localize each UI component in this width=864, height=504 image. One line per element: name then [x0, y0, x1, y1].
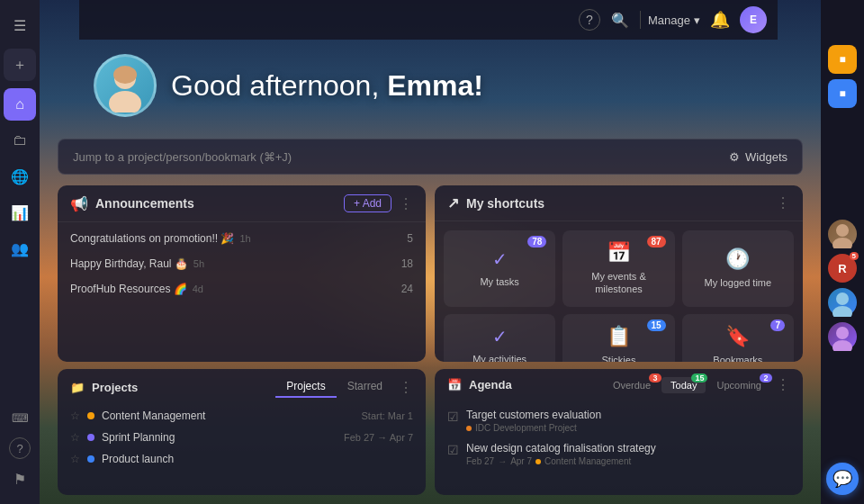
sidebar-item-menu[interactable]: ☰ — [4, 9, 36, 41]
shortcut-stickies[interactable]: 15 📋 Stickies — [562, 314, 674, 362]
agenda-item-sub-1: IDC Development Project — [466, 423, 601, 433]
announcements-actions: + Add ⋮ — [344, 194, 413, 212]
shortcut-bookmarks[interactable]: 7 🔖 Bookmarks — [682, 314, 794, 362]
blue-icon: ■ — [839, 87, 845, 100]
topbar-divider — [640, 11, 641, 29]
agenda-arrow-2: → — [498, 456, 507, 466]
widgets-row: 📢 Announcements + Add ⋮ Congratulations … — [58, 185, 803, 362]
widgets-button[interactable]: ⚙ Widgets — [729, 150, 788, 164]
sidebar-item-people[interactable]: 👥 — [4, 232, 36, 265]
svg-point-5 — [836, 292, 849, 305]
star-icon-2: ☆ — [70, 431, 80, 444]
agenda-project-1: IDC Development Project — [475, 423, 577, 433]
sidebar-item-home[interactable]: ⌂ — [4, 88, 36, 121]
agenda-date-end-2: Apr 7 — [510, 456, 532, 466]
agenda-item-sub-2: Feb 27 → Apr 7 Content Management — [466, 456, 656, 466]
collab-avatar-4[interactable] — [828, 322, 857, 351]
shortcuts-more-button[interactable]: ⋮ — [776, 194, 790, 212]
announcement-item-2[interactable]: Happy Birthday, Raul 🎂 5h 18 — [58, 251, 426, 276]
agenda-more-button[interactable]: ⋮ — [776, 376, 790, 393]
agenda-items-list: ☑ Target customers evaluation IDC Develo… — [435, 400, 803, 495]
right-btn-blue[interactable]: ■ — [828, 79, 857, 108]
announcement-text-1: Congratulations on promotion!! 🎉 — [70, 232, 234, 245]
agenda-header: 📅 Agenda Overdue 3 Today 15 — [435, 369, 803, 400]
agenda-item-2[interactable]: ☑ New design catalog finalisation strate… — [435, 437, 803, 471]
tab-projects[interactable]: Projects — [275, 376, 336, 398]
shortcuts-title: ↗ My shortcuts — [447, 194, 544, 212]
agenda-tabs: Overdue 3 Today 15 Upcoming 2 — [604, 377, 770, 393]
shortcut-bookmarks-label: Bookmarks — [713, 354, 762, 362]
time-icon: 🕐 — [725, 248, 750, 271]
user-avatar-topbar[interactable]: E — [740, 6, 767, 33]
collab-avatar-1[interactable] — [828, 220, 857, 248]
announcement-count-1: 5 — [407, 232, 413, 245]
right-sidebar: ■ ■ R 5 💬 — [821, 0, 864, 504]
shortcut-tasks-badge: 78 — [527, 236, 546, 248]
sidebar-item-chart[interactable]: 📊 — [4, 196, 36, 229]
check-icon-1: ☑ — [447, 410, 459, 424]
project-dot-3 — [87, 455, 94, 463]
projects-more-button[interactable]: ⋮ — [399, 379, 413, 396]
sidebar-item-folders[interactable]: 🗀 — [4, 124, 36, 157]
chat-button[interactable]: 💬 — [826, 463, 859, 495]
bottom-row: 📁 Projects Projects Starred ⋮ ☆ — [58, 369, 803, 495]
announcements-title: 📢 Announcements — [70, 195, 194, 212]
announcements-add-button[interactable]: + Add — [344, 194, 392, 212]
search-bar[interactable]: Jump to a project/person/bookmark (⌘+J) … — [58, 139, 803, 175]
announcement-item-1[interactable]: Congratulations on promotion!! 🎉 1h 5 — [58, 226, 426, 251]
agenda-project-2: Content Management — [544, 456, 631, 466]
agenda-content-1: Target customers evaluation IDC Developm… — [466, 409, 601, 433]
announcements-widget: 📢 Announcements + Add ⋮ Congratulations … — [58, 185, 426, 362]
agenda-icon: 📅 — [447, 378, 462, 392]
star-icon-3: ☆ — [70, 453, 80, 465]
collab-avatar-2-initials: R — [838, 262, 846, 275]
content-area: Good afternoon, Emma! Jump to a project/… — [40, 0, 821, 504]
search-icon[interactable]: 🔍 — [608, 7, 633, 32]
notification-bell[interactable]: 🔔 — [707, 7, 733, 32]
announcement-time-3: 4d — [193, 284, 203, 294]
announcement-item-3[interactable]: ProofHub Resources 🌈 4d 24 — [58, 276, 426, 302]
sidebar-item-help[interactable]: ? — [9, 437, 31, 459]
user-avatar-greeting[interactable] — [94, 54, 157, 117]
help-icon[interactable]: ? — [579, 9, 600, 31]
sidebar-item-globe[interactable]: 🌐 — [4, 160, 36, 193]
project-dot-1 — [87, 412, 94, 419]
sidebar-item-flag[interactable]: ⚑ — [4, 463, 36, 495]
project-dot-2 — [87, 434, 94, 441]
shortcut-activities[interactable]: ✓ My activities — [444, 314, 555, 362]
tab-starred[interactable]: Starred — [337, 376, 393, 398]
sidebar-item-keyboard[interactable]: ⌨ — [4, 401, 36, 434]
tab-today[interactable]: Today 15 — [662, 377, 706, 393]
projects-list: ☆ Content Management Start: Mar 1 ☆ Spri… — [58, 405, 426, 495]
upcoming-badge: 2 — [760, 374, 772, 382]
agenda-item-1[interactable]: ☑ Target customers evaluation IDC Develo… — [435, 404, 803, 437]
tab-upcoming[interactable]: Upcoming 2 — [707, 377, 770, 393]
tab-overdue[interactable]: Overdue 3 — [604, 377, 660, 393]
collab-avatar-3[interactable] — [828, 288, 857, 317]
greeting-text: Good afternoon, Emma! — [171, 69, 483, 103]
project-item-3[interactable]: ☆ Product launch — [58, 448, 426, 470]
sidebar-item-add[interactable]: ＋ — [4, 49, 36, 81]
shortcut-time-label: My logged time — [705, 276, 772, 289]
shortcut-my-tasks[interactable]: 78 ✓ My tasks — [444, 230, 555, 307]
chat-icon: 💬 — [832, 469, 852, 489]
widgets-label: Widgets — [745, 150, 788, 164]
shortcut-activities-label: My activities — [472, 353, 526, 362]
bookmarks-icon: 🔖 — [725, 325, 750, 348]
announcement-time-1: 1h — [239, 233, 250, 244]
collab-avatar-2[interactable]: R 5 — [828, 254, 857, 283]
agenda-title: 📅 Agenda — [447, 378, 512, 392]
manage-dropdown[interactable]: Manage ▾ — [648, 14, 700, 27]
projects-tabs: Projects Starred — [275, 376, 393, 398]
project-item-2[interactable]: ☆ Sprint Planning Feb 27 → Apr 7 — [58, 427, 426, 448]
announcements-more-button[interactable]: ⋮ — [399, 195, 413, 212]
shortcuts-title-text: My shortcuts — [466, 196, 544, 211]
shortcut-bookmarks-badge: 7 — [770, 320, 785, 331]
shortcut-logged-time[interactable]: 🕐 My logged time — [682, 230, 794, 307]
shortcut-events[interactable]: 87 📅 My events & milestones — [562, 230, 674, 307]
project-item-1[interactable]: ☆ Content Management Start: Mar 1 — [58, 405, 426, 427]
shortcuts-widget: ↗ My shortcuts ⋮ 78 ✓ My tasks 87 — [435, 185, 803, 362]
right-btn-yellow[interactable]: ■ — [828, 45, 857, 74]
agenda-widget: 📅 Agenda Overdue 3 Today 15 — [435, 369, 803, 495]
greeting-section: Good afternoon, Emma! — [58, 45, 803, 131]
